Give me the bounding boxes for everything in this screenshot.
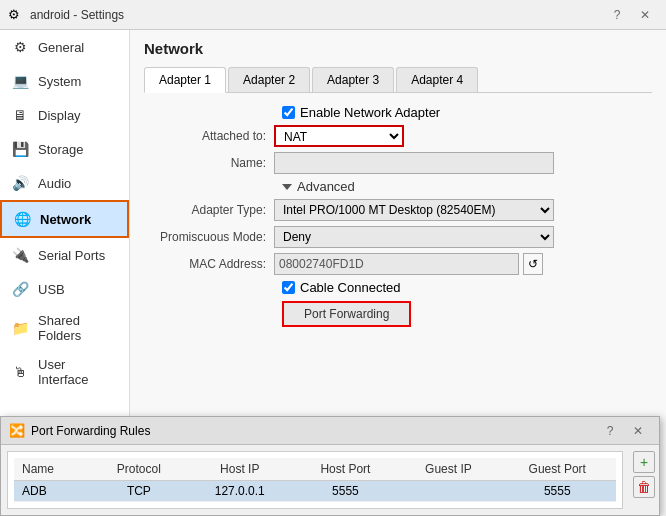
app-icon: ⚙ [8,7,24,23]
advanced-label: Advanced [297,179,355,194]
adapter-tabs: Adapter 1Adapter 2Adapter 3Adapter 4 [144,67,652,93]
cell-guest-port: 5555 [499,481,616,502]
tab-adapter-1[interactable]: Adapter 1 [144,67,226,93]
sidebar-label-storage: Storage [38,142,84,157]
sidebar-item-display[interactable]: 🖥Display [0,98,129,132]
title-bar-controls: ? ✕ [604,5,658,25]
cable-connected-label: Cable Connected [300,280,400,295]
close-button[interactable]: ✕ [632,5,658,25]
pf-content: Name Protocol Host IP Host Port Guest IP… [1,445,659,515]
name-row: Name: [144,152,652,174]
sidebar-item-audio[interactable]: 🔊Audio [0,166,129,200]
sidebar-label-network: Network [40,212,91,227]
cell-name: ADB [14,481,91,502]
advanced-toggle[interactable]: Advanced [282,179,652,194]
enable-adapter-row: Enable Network Adapter [282,105,652,120]
sidebar-item-serial-ports[interactable]: 🔌Serial Ports [0,238,129,272]
sidebar-item-network[interactable]: 🌐Network [0,200,129,238]
cell-protocol: TCP [91,481,187,502]
sidebar-label-serial-ports: Serial Ports [38,248,105,263]
attached-to-row: Attached to: NATBridged AdapterInternal … [144,125,652,147]
display-icon: 🖥 [10,105,30,125]
col-name: Name [14,458,91,481]
sidebar-item-usb[interactable]: 🔗USB [0,272,129,306]
col-host-ip: Host IP [187,458,293,481]
window-title: android - Settings [30,8,604,22]
enable-adapter-label: Enable Network Adapter [300,105,440,120]
pf-table-area: Name Protocol Host IP Host Port Guest IP… [7,451,623,509]
sidebar-label-system: System [38,74,81,89]
add-rule-button[interactable]: + [633,451,655,473]
promiscuous-row: Promiscuous Mode: Deny [144,226,652,248]
pf-dialog: 🔀 Port Forwarding Rules ? ✕ Name Protoco… [0,416,660,516]
enable-adapter-checkbox[interactable] [282,106,295,119]
mac-row: MAC Address: ↺ [144,253,652,275]
adapter-type-label: Adapter Type: [144,203,274,217]
name-label: Name: [144,156,274,170]
promiscuous-select[interactable]: Deny [274,226,554,248]
sidebar-item-system[interactable]: 💻System [0,64,129,98]
sidebar-label-general: General [38,40,84,55]
network-icon: 🌐 [12,209,32,229]
pf-table-header: Name Protocol Host IP Host Port Guest IP… [14,458,616,481]
cable-connected-checkbox[interactable] [282,281,295,294]
col-guest-ip: Guest IP [398,458,498,481]
sidebar-item-user-interface[interactable]: 🖱User Interface [0,350,129,394]
name-control [274,152,594,174]
remove-rule-button[interactable]: 🗑 [633,476,655,498]
pf-help-button[interactable]: ? [597,421,623,441]
title-bar: ⚙ android - Settings ? ✕ [0,0,666,30]
user-interface-icon: 🖱 [10,362,30,382]
table-row[interactable]: ADB TCP 127.0.0.1 5555 5555 [14,481,616,502]
arrow-down-icon [282,184,292,190]
system-icon: 💻 [10,71,30,91]
adapter-type-row: Adapter Type: Intel PRO/1000 MT Desktop … [144,199,652,221]
mac-control: ↺ [274,253,594,275]
attached-to-control: NATBridged AdapterInternal NetworkHost-o… [274,125,594,147]
sidebar-item-general[interactable]: ⚙General [0,30,129,64]
sidebar-label-shared-folders: Shared Folders [38,313,119,343]
pf-close-button[interactable]: ✕ [625,421,651,441]
sidebar-label-usb: USB [38,282,65,297]
port-forwarding-row: Port Forwarding [282,301,652,327]
cell-host-port: 5555 [293,481,399,502]
promiscuous-label: Promiscuous Mode: [144,230,274,244]
adapter-type-select[interactable]: Intel PRO/1000 MT Desktop (82540EM) [274,199,554,221]
cell-host-ip: 127.0.0.1 [187,481,293,502]
tab-adapter-4[interactable]: Adapter 4 [396,67,478,92]
sidebar-label-audio: Audio [38,176,71,191]
tab-adapter-3[interactable]: Adapter 3 [312,67,394,92]
cell-guest-ip [398,481,498,502]
sidebar-label-user-interface: User Interface [38,357,119,387]
mac-label: MAC Address: [144,257,274,271]
pf-table-actions: + 🗑 [629,445,659,504]
usb-icon: 🔗 [10,279,30,299]
col-protocol: Protocol [91,458,187,481]
port-forwarding-button[interactable]: Port Forwarding [282,301,411,327]
col-guest-port: Guest Port [499,458,616,481]
pf-title-bar: 🔀 Port Forwarding Rules ? ✕ [1,417,659,445]
col-host-port: Host Port [293,458,399,481]
pf-table: Name Protocol Host IP Host Port Guest IP… [14,458,616,502]
mac-refresh-button[interactable]: ↺ [523,253,543,275]
sidebar-item-shared-folders[interactable]: 📁Shared Folders [0,306,129,350]
tab-adapter-2[interactable]: Adapter 2 [228,67,310,92]
general-icon: ⚙ [10,37,30,57]
pf-dialog-icon: 🔀 [9,423,25,438]
shared-folders-icon: 📁 [10,318,30,338]
sidebar-item-storage[interactable]: 💾Storage [0,132,129,166]
help-button[interactable]: ? [604,5,630,25]
audio-icon: 🔊 [10,173,30,193]
sidebar-label-display: Display [38,108,81,123]
name-input[interactable] [274,152,554,174]
pf-dialog-title: Port Forwarding Rules [31,424,597,438]
adapter-type-control: Intel PRO/1000 MT Desktop (82540EM) [274,199,594,221]
pf-title-controls: ? ✕ [597,421,651,441]
mac-input[interactable] [274,253,519,275]
promiscuous-control: Deny [274,226,594,248]
storage-icon: 💾 [10,139,30,159]
attached-to-select[interactable]: NATBridged AdapterInternal NetworkHost-o… [274,125,404,147]
page-title: Network [144,40,652,57]
serial-ports-icon: 🔌 [10,245,30,265]
cable-connected-row: Cable Connected [282,280,652,295]
